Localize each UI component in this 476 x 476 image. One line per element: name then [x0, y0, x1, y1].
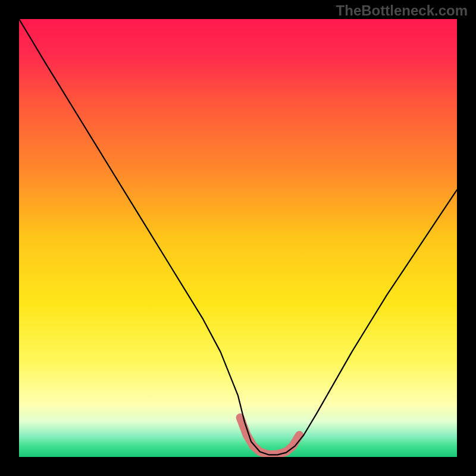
watermark-text: TheBottleneck.com	[336, 2, 468, 19]
bottleneck-chart	[0, 0, 476, 476]
chart-frame: TheBottleneck.com	[0, 0, 476, 476]
gradient-background	[19, 19, 457, 457]
